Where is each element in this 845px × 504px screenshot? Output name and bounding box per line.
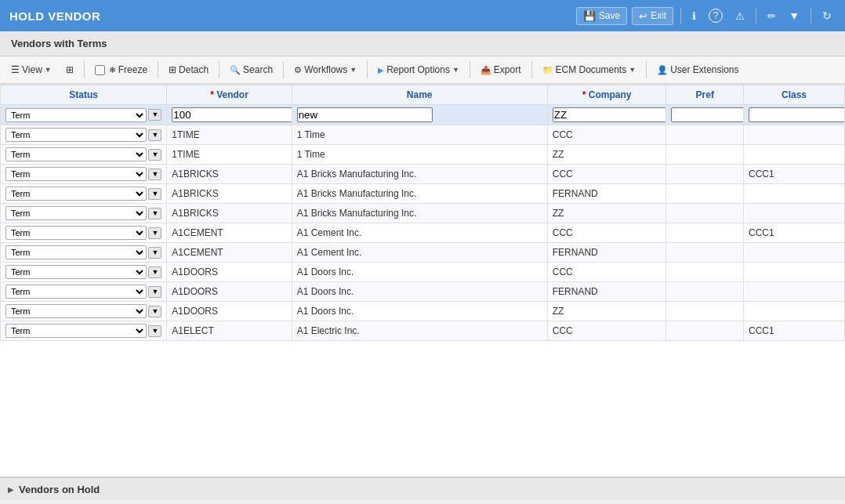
status-cell[interactable]: Term▼ — [1, 145, 167, 165]
status-cell[interactable]: Term▼ — [1, 165, 167, 184]
help-button[interactable] — [705, 6, 727, 25]
name-cell: A1 Doors Inc. — [292, 282, 547, 302]
freeze-button[interactable]: Freeze — [89, 61, 154, 78]
table-row[interactable]: Term▼1TIME1 TimeCCC — [1, 125, 845, 145]
status-cell[interactable]: Term▼ — [1, 184, 167, 204]
view-button[interactable]: View ▼ — [5, 61, 58, 78]
status-select[interactable]: Term — [5, 226, 147, 240]
user-extensions-button[interactable]: User Extensions — [651, 61, 745, 78]
toolbar-sep-7 — [531, 61, 532, 78]
table-row[interactable]: Term▼ — [1, 105, 845, 125]
table-row[interactable]: Term▼A1BRICKSA1 Bricks Manufacturing Inc… — [1, 184, 845, 204]
status-dropdown-button[interactable]: ▼ — [148, 188, 161, 200]
header-divider-3 — [811, 8, 811, 24]
status-cell[interactable]: Term▼ — [1, 204, 167, 223]
table-scroll[interactable]: Status * Vendor Name * Company Pref — [0, 85, 845, 477]
status-cell[interactable]: Term▼ — [1, 243, 167, 263]
name-cell: A1 Electric Inc. — [292, 321, 547, 341]
exit-button[interactable]: Exit — [632, 7, 673, 25]
freeze-checkbox[interactable] — [95, 65, 105, 75]
report-options-button[interactable]: Report Options ▼ — [372, 61, 466, 78]
vendor-input[interactable] — [172, 107, 292, 122]
info-button[interactable] — [688, 7, 700, 24]
name-cell[interactable] — [292, 105, 547, 125]
detach-button[interactable]: Detach — [162, 61, 215, 78]
status-select[interactable]: Term — [5, 324, 147, 338]
edit-button[interactable] — [763, 7, 780, 24]
table-row[interactable]: Term▼A1CEMENTA1 Cement Inc.FERNAND — [1, 243, 845, 263]
vendor-cell: A1CEMENT — [167, 243, 292, 263]
header-divider-2 — [756, 8, 756, 24]
table-row[interactable]: Term▼A1CEMENTA1 Cement Inc.CCCCCC1 — [1, 223, 845, 243]
status-dropdown-button[interactable]: ▼ — [148, 267, 161, 278]
save-button[interactable]: Save — [576, 7, 627, 25]
table-row[interactable]: Term▼A1DOORSA1 Doors Inc.ZZ — [1, 302, 845, 321]
search-button[interactable]: Search — [223, 61, 279, 78]
ecm-arrow-icon: ▼ — [629, 66, 636, 74]
warning-button[interactable] — [731, 7, 749, 24]
workflows-button[interactable]: Workflows ▼ — [288, 61, 363, 78]
company-cell: ZZ — [547, 145, 666, 165]
status-dropdown-button[interactable]: ▼ — [148, 149, 161, 161]
name-cell: A1 Bricks Manufacturing Inc. — [292, 184, 547, 204]
format-button[interactable]: ⊞ — [60, 61, 80, 78]
status-select[interactable]: Term — [5, 206, 147, 220]
status-select[interactable]: Term — [5, 304, 147, 318]
status-dropdown-button[interactable]: ▼ — [148, 247, 161, 259]
dropdown-button[interactable]: ▼ — [785, 7, 803, 24]
company-input[interactable] — [553, 107, 666, 122]
company-cell[interactable] — [547, 105, 666, 125]
status-dropdown-button[interactable]: ▼ — [148, 227, 161, 239]
exit-icon — [639, 10, 647, 22]
status-dropdown-button[interactable]: ▼ — [148, 208, 161, 219]
status-dropdown-button[interactable]: ▼ — [148, 129, 161, 141]
table-row[interactable]: Term▼A1BRICKSA1 Bricks Manufacturing Inc… — [1, 165, 845, 184]
section-title: Vendors with Terms — [11, 38, 107, 49]
pref-cell — [666, 282, 744, 302]
pref-input[interactable] — [671, 107, 743, 122]
edit-icon — [767, 9, 776, 22]
refresh-button[interactable] — [818, 7, 836, 24]
table-row[interactable]: Term▼1TIME1 TimeZZ — [1, 145, 845, 165]
status-select[interactable]: Term — [5, 265, 147, 279]
table-row[interactable]: Term▼A1DOORSA1 Doors Inc.CCC — [1, 263, 845, 282]
pref-cell[interactable] — [666, 105, 744, 125]
pref-cell — [666, 223, 744, 243]
status-cell[interactable]: Term▼ — [1, 125, 167, 145]
company-cell: FERNAND — [547, 282, 666, 302]
class-cell — [744, 204, 845, 223]
status-select[interactable]: Term — [5, 167, 147, 181]
status-cell[interactable]: Term▼ — [1, 105, 167, 125]
table-row[interactable]: Term▼A1BRICKSA1 Bricks Manufacturing Inc… — [1, 204, 845, 223]
name-input[interactable] — [297, 107, 433, 122]
ecm-documents-button[interactable]: ECM Documents ▼ — [536, 61, 643, 78]
class-input[interactable] — [749, 107, 844, 122]
class-cell[interactable] — [744, 105, 845, 125]
status-cell[interactable]: Term▼ — [1, 321, 167, 341]
status-cell[interactable]: Term▼ — [1, 302, 167, 321]
table-row[interactable]: Term▼A1DOORSA1 Doors Inc.FERNAND — [1, 282, 845, 302]
status-select[interactable]: Term — [5, 245, 147, 259]
export-button[interactable]: Export — [474, 61, 528, 78]
table-row[interactable]: Term▼A1ELECTA1 Electric Inc.CCCCCC1 — [1, 321, 845, 341]
bottom-section[interactable]: ▶ Vendors on Hold — [0, 477, 845, 500]
status-dropdown-button[interactable]: ▼ — [148, 325, 161, 337]
class-cell — [744, 243, 845, 263]
view-icon — [11, 64, 20, 75]
status-select[interactable]: Term — [5, 147, 147, 161]
status-dropdown-button[interactable]: ▼ — [148, 306, 161, 317]
status-dropdown-button[interactable]: ▼ — [148, 169, 161, 180]
status-select[interactable]: Term — [5, 285, 147, 299]
class-cell — [744, 302, 845, 321]
status-select[interactable]: Term — [5, 108, 147, 122]
table-body: Term▼Term▼1TIME1 TimeCCCTerm▼1TIME1 Time… — [1, 105, 845, 341]
info-icon — [692, 9, 696, 22]
status-cell[interactable]: Term▼ — [1, 223, 167, 243]
status-cell[interactable]: Term▼ — [1, 263, 167, 282]
vendor-cell[interactable] — [167, 105, 292, 125]
status-select[interactable]: Term — [5, 187, 147, 201]
status-dropdown-button[interactable]: ▼ — [148, 109, 161, 121]
status-dropdown-button[interactable]: ▼ — [148, 286, 161, 298]
status-select[interactable]: Term — [5, 128, 147, 142]
status-cell[interactable]: Term▼ — [1, 282, 167, 302]
